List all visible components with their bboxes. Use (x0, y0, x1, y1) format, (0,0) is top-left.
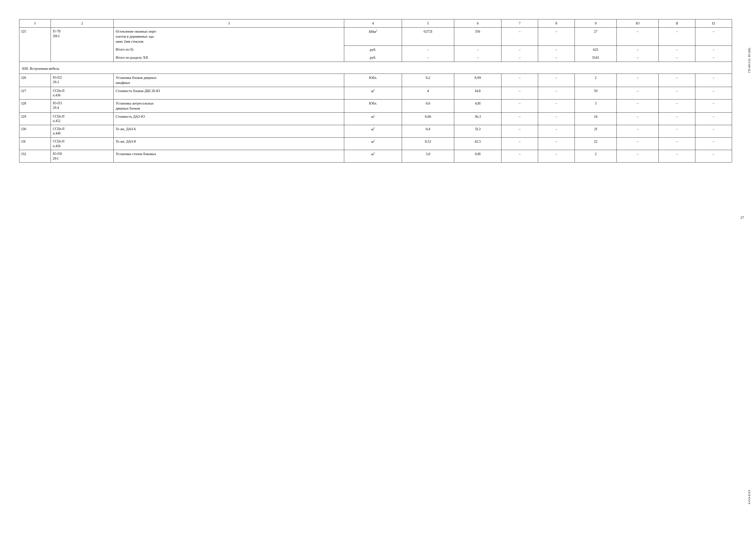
row-col6: I4,8 (454, 87, 501, 99)
row-col6: 0,8I (454, 150, 501, 162)
row-col8: – (538, 74, 575, 87)
page-container: ГП 4II-I-I2. 85 (III) 27 6-ОЭ-ЕЭЭ I 2 3 … (0, 0, 756, 552)
row-col9: 59 (575, 87, 617, 99)
row-desc: Установка стенок боковых (114, 150, 344, 162)
row-id: I27 (19, 87, 51, 99)
row-col7: – (501, 138, 538, 150)
row-id-empty (19, 54, 51, 62)
row-code-empty (51, 54, 114, 62)
header-col7: 7 (501, 19, 538, 27)
row-col5: 0,6 (402, 99, 454, 112)
row-col11: – (658, 150, 695, 162)
row-col10: – (617, 87, 659, 99)
row-unit: IОбл. (344, 74, 402, 87)
row-col9: 2 (575, 150, 617, 162)
header-col1: I (19, 19, 51, 27)
row-col12: – (695, 27, 732, 46)
row-desc: Стоимость ДАЗ-IO (114, 112, 344, 125)
row-col7-itogo1: – (501, 45, 538, 54)
row-code: IO-I50 29-I (51, 150, 114, 162)
row-col12: – (695, 125, 732, 137)
row-unit: м2 (344, 112, 402, 125)
side-number-mid: 27 (740, 216, 744, 220)
header-col4: 4 (344, 19, 402, 27)
row-col8: – (538, 138, 575, 150)
row-col6-itogo2: – (454, 54, 501, 62)
header-col8: 8 (538, 19, 575, 27)
row-col11: – (658, 112, 695, 125)
row-col12: – (695, 112, 732, 125)
rotated-label-top: ГП 4II-I-I2. 85 (III) (747, 48, 751, 73)
table-row: Итого по б) руб. – – – – 625 – – – (19, 45, 732, 54)
row-col10: – (617, 138, 659, 150)
table-row: I3I ССЦч.II п.450 То же, ДАЗ-8 м2 0,52 4… (19, 138, 732, 150)
row-unit: м2 (344, 150, 402, 162)
row-code: ССЦч.II п.436 (51, 87, 114, 99)
row-unit-itogo2: руб. (344, 54, 402, 62)
row-unit: м2 (344, 125, 402, 137)
row-col10-itogo1: – (617, 45, 659, 54)
header-col3: 3 (114, 19, 344, 27)
row-id: I3I (19, 138, 51, 150)
row-col10: – (617, 74, 659, 87)
row-col12: – (695, 150, 732, 162)
row-col5-itogo2: – (402, 54, 454, 62)
row-col8: – (538, 27, 575, 46)
table-row: I28 IO-I53 29-4 Установка антресольныхдв… (19, 99, 732, 112)
table-row: I26 IO-I52 29-3 Установка блоков дверных… (19, 74, 732, 87)
row-code: ССЦч.II п.452 (51, 112, 114, 125)
row-col6: 42,5 (454, 138, 501, 150)
row-col9: 3 (575, 99, 617, 112)
row-col8: – (538, 99, 575, 112)
row-col11: – (658, 99, 695, 112)
row-col10: – (617, 150, 659, 162)
row-col6: 4,8I (454, 99, 501, 112)
header-col9: 9 (575, 19, 617, 27)
row-id: I26 (19, 74, 51, 87)
rotated-label-bottom: 6-ОЭ-ЕЭЭ (747, 490, 751, 504)
row-unit-itogo1: руб. (344, 45, 402, 54)
row-col5: 0,66 (402, 112, 454, 125)
header-col2: 2 (51, 19, 114, 27)
row-col12-itogo2: – (695, 54, 732, 62)
row-col5: 3,0 (402, 150, 454, 162)
section-header-xiii: XIII. Встроенная мебель (19, 61, 732, 74)
row-col9-itogo1: 625 (575, 45, 617, 54)
header-col5: 5 (402, 19, 454, 27)
row-id: I32 (19, 150, 51, 162)
table-row: Итого по разделу XII руб. – – – – I543 –… (19, 54, 732, 62)
row-code: ССЦч.II п.449 (51, 125, 114, 137)
row-col11: – (658, 125, 695, 137)
row-unit: м2 (344, 87, 402, 99)
row-col11: – (658, 87, 695, 99)
header-col11: II (658, 19, 695, 27)
row-col7: – (501, 27, 538, 46)
row-col5: 4 (402, 87, 454, 99)
row-col10: – (617, 125, 659, 137)
row-col7-itogo2: – (501, 54, 538, 62)
row-col11: – (658, 74, 695, 87)
row-col6-itogo1: – (454, 45, 501, 54)
row-col7: – (501, 87, 538, 99)
header-row: I 2 3 4 5 6 7 8 9 IO II I2 (19, 19, 732, 27)
row-id-empty (19, 45, 51, 54)
row-desc: Установка антресольныхдверных блоков (114, 99, 344, 112)
section-title-xiii: XIII. Встроенная мебель (19, 61, 732, 74)
row-desc: Установка блоков дверныхшкафных (114, 74, 344, 87)
row-code: ССЦч.II п.450 (51, 138, 114, 150)
row-col7: – (501, 150, 538, 162)
row-col7: – (501, 112, 538, 125)
row-col9: 2 (575, 74, 617, 87)
row-desc-itogo2: Итого по разделу XII (114, 54, 344, 62)
table-row: I27 ССЦч.II п.436 Стоимость блоков ДШ 20… (19, 87, 732, 99)
row-id: I25 (19, 27, 51, 46)
row-col8: – (538, 112, 575, 125)
table-row: I29 ССЦч.II п.452 Стоимость ДАЗ-IO м2 0,… (19, 112, 732, 125)
header-col10: IO (617, 19, 659, 27)
row-col12: – (695, 74, 732, 87)
row-col5: 0,52 (402, 138, 454, 150)
row-col12: – (695, 138, 732, 150)
row-col10: – (617, 112, 659, 125)
row-col8: – (538, 125, 575, 137)
row-col11: – (658, 138, 695, 150)
